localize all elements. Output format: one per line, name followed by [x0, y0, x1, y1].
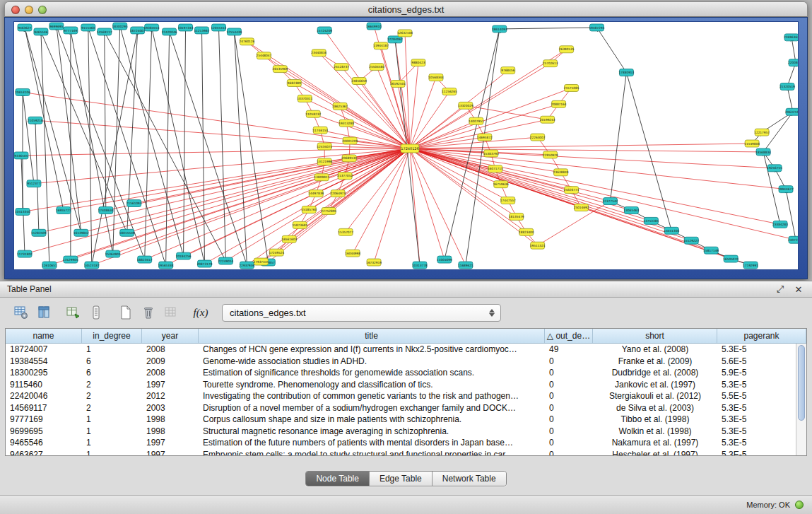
table-row[interactable]: 977716911998Corpus callosum shape and si… — [6, 414, 796, 426]
network-node[interactable]: 14569117 — [97, 28, 112, 35]
minimize-button[interactable] — [25, 6, 33, 14]
network-node[interactable]: 18724007 — [130, 27, 146, 34]
network-node[interactable]: 14695872 — [477, 134, 493, 141]
network-node[interactable]: 15364901 — [105, 250, 121, 257]
network-node[interactable]: 15873681 — [292, 221, 307, 228]
column-header-in_degree[interactable]: in_degree — [82, 329, 142, 343]
column-header-pagerank[interactable]: pagerank — [717, 329, 806, 343]
network-node[interactable]: 13320029 — [458, 102, 473, 109]
network-node[interactable]: 9336505 — [14, 152, 28, 159]
network-node[interactable]: 16561603 — [281, 235, 297, 243]
network-node[interactable]: 11256265 — [442, 88, 457, 95]
network-node[interactable]: 18823417 — [137, 256, 153, 263]
network-node[interactable]: 25014692 — [574, 204, 589, 211]
network-node[interactable]: 20632598 — [785, 108, 798, 115]
network-node[interactable]: 14497839 — [308, 190, 324, 197]
network-node[interactable]: 16139842 — [73, 229, 89, 236]
network-node[interactable]: 20199243 — [540, 116, 555, 123]
network-node[interactable]: 21575085 — [564, 84, 579, 91]
network-node[interactable]: 22752895 — [321, 208, 336, 215]
network-node[interactable]: 9512377 — [27, 180, 41, 187]
network-node[interactable]: 10197343 — [178, 24, 194, 31]
network-node[interactable]: 15129227 — [683, 237, 699, 244]
network-node[interactable]: 12055413 — [211, 24, 227, 31]
network-node[interactable]: 13121996 — [317, 158, 332, 165]
network-node[interactable]: 12434075 — [317, 143, 332, 150]
window-titlebar[interactable]: citations_edges.txt — [4, 1, 808, 17]
network-node[interactable]: 15357077 — [338, 228, 353, 235]
network-node[interactable]: 11549808 — [744, 140, 760, 147]
network-node[interactable]: 22696362 — [784, 34, 798, 41]
network-node[interactable]: 17447557 — [500, 197, 516, 204]
network-node[interactable]: 11944187 — [373, 42, 389, 49]
network-node[interactable]: 15724209 — [317, 27, 332, 34]
network-node[interactable]: 17240126 — [401, 144, 419, 153]
network-node[interactable]: 16044998 — [345, 250, 360, 257]
import-table-button[interactable] — [161, 303, 181, 322]
network-node[interactable]: 24760126 — [240, 38, 255, 45]
table-row[interactable]: 1938455462009Genome-wide association stu… — [6, 356, 796, 368]
network-node[interactable]: 24326771 — [564, 187, 579, 194]
network-node[interactable]: 21320519 — [779, 83, 795, 90]
network-node[interactable]: 9777169 — [64, 27, 78, 34]
network-node[interactable]: 13753385 — [643, 217, 659, 224]
table-row[interactable]: 1872400712008Changes of HCN gene express… — [6, 344, 796, 356]
table-row[interactable]: 911546021997Tourette syndrome. Phenomeno… — [6, 379, 796, 391]
network-node[interactable]: 23440816 — [311, 49, 326, 57]
network-node[interactable]: 9699695 — [49, 23, 64, 30]
network-node[interactable]: 11001699 — [437, 256, 452, 263]
network-node[interactable]: 16649910 — [366, 23, 382, 30]
network-node[interactable]: 11058232 — [305, 110, 321, 117]
network-node[interactable]: 12610651 — [42, 262, 57, 269]
network-node[interactable]: 10413340 — [15, 208, 30, 215]
network-node[interactable]: 16071715 — [488, 165, 503, 173]
network-node[interactable]: 25504580 — [369, 64, 384, 71]
network-node[interactable]: 10568344 — [428, 74, 444, 81]
network-node[interactable]: 22249014 — [218, 257, 234, 264]
network-node[interactable]: 22420046 — [162, 28, 177, 35]
network-node[interactable]: 14523187 — [84, 262, 100, 269]
network-node[interactable]: 23384283 — [772, 221, 788, 228]
network-node[interactable]: 19511321 — [530, 242, 546, 249]
network-node[interactable]: 13129905 — [63, 256, 78, 263]
delete-table-button[interactable] — [139, 303, 158, 322]
row-height-button[interactable] — [86, 303, 106, 322]
network-node[interactable]: 10370311 — [297, 95, 312, 102]
network-node[interactable]: 21059218 — [28, 117, 43, 124]
network-node[interactable]: 16759636 — [493, 181, 509, 188]
new-document-button[interactable] — [116, 303, 136, 322]
network-node[interactable]: 20873179 — [197, 260, 213, 267]
network-node[interactable]: 18015549 — [119, 229, 135, 236]
column-header-out_de[interactable]: △ out_de… — [545, 329, 593, 343]
network-node[interactable]: 11731802 — [17, 250, 33, 257]
tab-network-table[interactable]: Network Table — [433, 472, 506, 486]
network-node[interactable]: 22064973 — [330, 190, 346, 197]
network-node[interactable]: 25702613 — [543, 60, 558, 67]
network-node[interactable]: 22263007 — [530, 134, 546, 141]
edit-table-button[interactable] — [64, 303, 83, 322]
network-node[interactable]: 10313778 — [412, 262, 428, 269]
network-canvas[interactable]: 9463627946554696996959777169911546014569… — [13, 21, 799, 270]
network-node[interactable]: 18823400 — [519, 228, 534, 235]
network-node[interactable]: 26192501 — [390, 81, 406, 88]
table-row[interactable]: 1456911722003Disruption of a novel membe… — [6, 402, 796, 414]
network-node[interactable]: 24072205 — [788, 236, 798, 243]
network-node[interactable]: 17192991 — [743, 262, 758, 269]
close-panel-icon[interactable]: ✕ — [792, 284, 805, 295]
table-row[interactable]: 946362711997Embryonic stem cells: a mode… — [6, 449, 796, 456]
float-panel-icon[interactable]: ⤢ — [774, 284, 787, 295]
network-node[interactable]: 9768456 — [501, 67, 515, 74]
column-header-title[interactable]: title — [199, 329, 545, 343]
network-node[interactable]: 20001209 — [342, 137, 358, 144]
column-header-short[interactable]: short — [593, 329, 717, 343]
table-row[interactable]: 2242004622012Investigating the contribut… — [6, 390, 796, 402]
network-node[interactable]: 23638849 — [553, 169, 569, 176]
table-row[interactable]: 1830029562008Estimation of significance … — [6, 367, 796, 379]
network-node[interactable]: 16955721 — [56, 207, 71, 214]
close-button[interactable] — [11, 6, 20, 14]
column-header-year[interactable]: year — [142, 329, 199, 343]
network-node[interactable]: 17284062 — [387, 36, 403, 43]
network-node[interactable]: 17880913 — [619, 69, 635, 76]
network-node[interactable]: 11213987 — [194, 27, 210, 34]
network-node[interactable]: 25448047 — [256, 52, 271, 59]
